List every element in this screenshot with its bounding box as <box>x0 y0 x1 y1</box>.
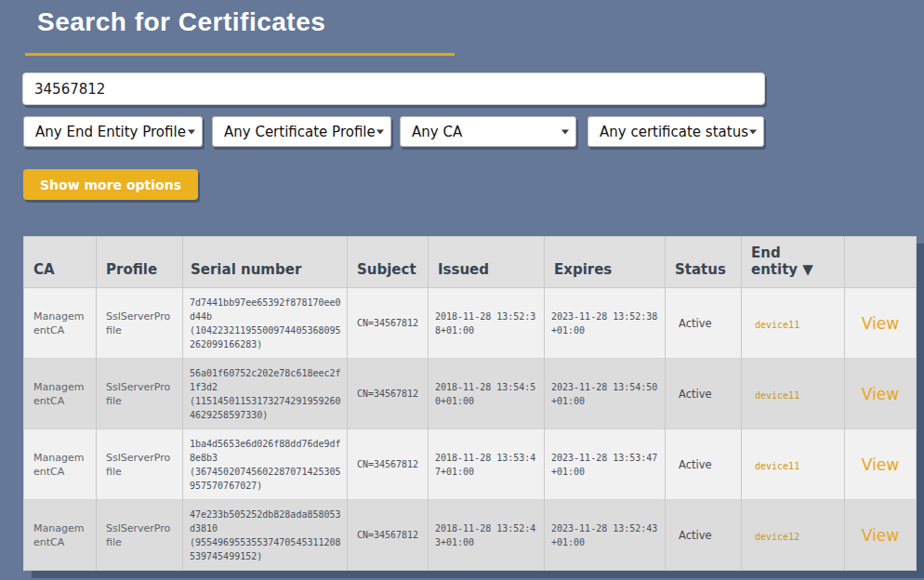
table-row: ManagementCA SslServerProfile 56a01f6075… <box>24 359 917 429</box>
cell-profile: SslServerProfile <box>97 288 183 359</box>
cell-issued: 2018-11-28 13:52:38+01:00 <box>429 288 545 359</box>
search-input[interactable] <box>22 72 765 105</box>
status-badge: Active <box>679 317 712 330</box>
end-entity-profile-select-value: Any End Entity Profile <box>35 124 186 140</box>
cell-end-entity: device11 <box>742 288 845 359</box>
cell-profile: SslServerProfile <box>97 500 183 571</box>
cell-status: Active <box>666 359 742 429</box>
cell-end-entity: device11 <box>742 429 845 500</box>
certificate-status-select-value: Any certificate status <box>600 124 748 140</box>
cell-profile: SslServerProfile <box>97 359 183 429</box>
chevron-down-icon <box>188 129 195 134</box>
ca-select-value: Any CA <box>412 124 462 140</box>
certificate-status-select[interactable]: Any certificate status <box>587 116 764 147</box>
cell-end-entity: device12 <box>742 500 845 571</box>
title-underline <box>25 53 455 56</box>
cell-ca: ManagementCA <box>24 500 97 571</box>
cell-ca: ManagementCA <box>24 359 97 429</box>
view-link[interactable]: View <box>862 314 899 333</box>
cell-expires: 2023-11-28 13:52:43+01:00 <box>545 500 666 571</box>
certificates-table-body: ManagementCA SslServerProfile 7d7441bb97… <box>24 288 917 571</box>
certificate-profile-select-value: Any Certificate Profile <box>224 124 376 140</box>
cell-subject: CN=34567812 <box>348 500 429 571</box>
cell-subject: CN=34567812 <box>348 288 429 359</box>
end-entity-link[interactable]: device11 <box>755 320 799 330</box>
certificate-profile-select[interactable]: Any Certificate Profile <box>212 116 391 147</box>
cell-profile: SslServerProfile <box>97 429 183 500</box>
cell-status: Active <box>666 500 742 571</box>
ca-select[interactable]: Any CA <box>400 116 576 147</box>
column-header-actions <box>845 237 917 288</box>
cell-subject: CN=34567812 <box>348 429 429 500</box>
table-row: ManagementCA SslServerProfile 1ba4d5653e… <box>24 429 917 500</box>
column-header-status[interactable]: Status <box>666 237 742 288</box>
cell-view: View <box>845 288 917 359</box>
column-header-end-entity-sorted-desc[interactable]: End entity ▼ <box>742 237 845 288</box>
serial-hex: 1ba4d5653e6d026f88dd76de9df8e8b3 <box>190 439 341 463</box>
cell-subject: CN=34567812 <box>348 359 429 429</box>
cell-end-entity: device11 <box>742 359 845 429</box>
serial-hex: 7d7441bb97ee65392f878170ee0d44b <box>190 297 341 322</box>
serial-hex: 47e233b505252db828ada858053d3810 <box>190 509 341 534</box>
cell-issued: 2018-11-28 13:52:43+01:00 <box>429 500 545 571</box>
column-header-ca[interactable]: CA <box>24 237 97 288</box>
table-row: ManagementCA SslServerProfile 7d7441bb97… <box>24 288 917 359</box>
view-link[interactable]: View <box>862 526 899 545</box>
cell-issued: 2018-11-28 13:54:50+01:00 <box>429 359 545 429</box>
column-header-issued[interactable]: Issued <box>429 237 545 288</box>
cell-serial-number: 47e233b505252db828ada858053d3810 (955496… <box>183 500 348 571</box>
status-badge: Active <box>679 458 712 471</box>
cell-ca: ManagementCA <box>24 288 97 359</box>
column-header-subject[interactable]: Subject <box>348 237 429 288</box>
cell-status: Active <box>666 288 742 359</box>
cell-serial-number: 56a01f60752c202e78c618eec2f1f3d2 (115145… <box>183 359 348 429</box>
chevron-down-icon <box>749 129 757 134</box>
column-header-expires[interactable]: Expires <box>545 237 666 288</box>
serial-decimal: (36745020745602287071425305957570767027) <box>190 467 341 491</box>
end-entity-profile-select[interactable]: Any End Entity Profile <box>23 116 203 147</box>
end-entity-link[interactable]: device11 <box>755 461 799 471</box>
cell-view: View <box>845 359 917 429</box>
status-badge: Active <box>679 388 712 401</box>
end-entity-link[interactable]: device12 <box>755 532 799 542</box>
cell-expires: 2023-11-28 13:52:38+01:00 <box>545 288 666 359</box>
certificates-table: CA Profile Serial number Subject Issued … <box>23 236 917 571</box>
view-link[interactable]: View <box>862 455 899 474</box>
cell-expires: 2023-11-28 13:54:50+01:00 <box>545 359 666 429</box>
cell-ca: ManagementCA <box>24 429 97 500</box>
column-header-profile[interactable]: Profile <box>97 237 183 288</box>
table-header-row: CA Profile Serial number Subject Issued … <box>24 237 917 288</box>
serial-decimal: (10422321195500974405368095262099166283) <box>190 325 341 349</box>
cell-expires: 2023-11-28 13:53:47+01:00 <box>545 429 666 500</box>
end-entity-link[interactable]: device11 <box>755 390 799 401</box>
cell-view: View <box>845 500 917 571</box>
cell-status: Active <box>666 429 742 500</box>
chevron-down-icon <box>561 129 569 134</box>
serial-decimal: (115145011531732742919592604629258597330… <box>190 396 341 420</box>
status-badge: Active <box>679 529 712 542</box>
column-header-serial-number[interactable]: Serial number <box>183 237 348 288</box>
cell-serial-number: 7d7441bb97ee65392f878170ee0d44b (1042232… <box>183 288 348 359</box>
cell-view: View <box>845 429 917 500</box>
cell-issued: 2018-11-28 13:53:47+01:00 <box>429 429 545 500</box>
table-row: ManagementCA SslServerProfile 47e233b505… <box>24 500 917 571</box>
serial-decimal: (95549695535537470545311208539745499152) <box>190 537 341 561</box>
serial-hex: 56a01f60752c202e78c618eec2f1f3d2 <box>190 368 341 392</box>
show-more-options-button[interactable]: Show more options <box>23 169 198 200</box>
certificates-search-page: Search for Certificates Any End Entity P… <box>0 0 924 580</box>
cell-serial-number: 1ba4d5653e6d026f88dd76de9df8e8b3 (367450… <box>183 429 348 500</box>
view-link[interactable]: View <box>862 385 899 403</box>
chevron-down-icon <box>376 129 384 134</box>
page-title: Search for Certificates <box>37 7 325 37</box>
